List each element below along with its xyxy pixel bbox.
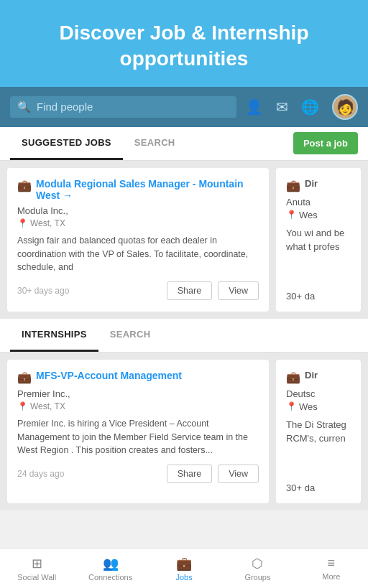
job-card-2-partial: 💼 Dir Anuta 📍 Wes You wi and be what t p… <box>276 168 361 312</box>
internship-days-1: 24 days ago <box>17 469 161 479</box>
job-location-1: 📍 West, TX <box>17 218 259 228</box>
briefcase-icon-2: 💼 <box>286 179 300 192</box>
globe-icon[interactable]: 🌐 <box>301 98 319 116</box>
connections-icon: 👥 <box>103 556 119 571</box>
jobs-cards-row: 💼 Modula Regional Sales Manager - Mounta… <box>0 161 368 319</box>
hero-section: Discover Job & Internship opportunities <box>0 0 368 87</box>
internship-days-2: 30+ da <box>286 482 351 493</box>
connections-label: Connections <box>88 573 132 582</box>
internships-cards-row: 💼 MFS-VP-Account Management Premier Inc.… <box>0 353 368 510</box>
internship-company-2: Deutsc <box>286 388 351 399</box>
internship-description-1: Premier Inc. is hiring a Vice President … <box>17 417 259 457</box>
nav-social-wall[interactable]: ⊞ Social Wall <box>0 551 73 586</box>
job-days-1: 30+ days ago <box>17 286 161 296</box>
suggested-jobs-tabs: SUGGESTED JOBS SEARCH Post a job <box>0 127 368 161</box>
social-wall-icon: ⊞ <box>32 556 42 571</box>
internship-footer-2: 30+ da <box>286 482 351 493</box>
pin-icon-1: 📍 <box>17 218 28 228</box>
briefcase-icon-1: 💼 <box>17 179 32 192</box>
internships-tabs: INTERNSHIPS SEARCH <box>0 319 368 353</box>
job-view-button-1[interactable]: View <box>218 281 259 300</box>
job-days-2: 30+ da <box>286 291 351 302</box>
avatar[interactable]: 🧑 <box>332 94 358 120</box>
job-company-2: Anuta <box>286 197 351 207</box>
search-bar: 🔍 👤 ✉ 🌐 🧑 <box>0 87 368 127</box>
job-description-2: You wi and be what t profes <box>286 226 351 284</box>
job-company-1: Modula Inc., <box>17 205 259 216</box>
post-job-button[interactable]: Post a job <box>293 132 358 154</box>
message-icon[interactable]: ✉ <box>276 98 288 116</box>
job-share-button-1[interactable]: Share <box>167 281 212 300</box>
groups-icon: ⬡ <box>252 556 263 571</box>
internship-title-1: 💼 MFS-VP-Account Management <box>17 370 259 384</box>
people-icon[interactable]: 👤 <box>245 98 263 116</box>
job-location-2: 📍 Wes <box>286 210 351 220</box>
more-icon: ≡ <box>328 556 336 571</box>
search-input-wrap[interactable]: 🔍 <box>10 96 236 118</box>
jobs-label: Jobs <box>175 573 192 582</box>
internship-share-button-1[interactable]: Share <box>167 465 212 483</box>
nav-more[interactable]: ≡ More <box>295 551 368 585</box>
internship-location-1: 📍 West, TX <box>17 401 259 411</box>
groups-label: Groups <box>244 573 270 582</box>
briefcase-icon-4: 💼 <box>286 370 300 384</box>
internship-company-1: Premier Inc., <box>17 388 259 399</box>
job-footer-2: 30+ da <box>286 291 351 302</box>
jobs-icon: 💼 <box>176 556 192 571</box>
job-title-2: 💼 Dir <box>286 178 351 192</box>
internship-view-button-1[interactable]: View <box>218 465 259 483</box>
pin-icon-4: 📍 <box>286 401 297 411</box>
search-icon: 🔍 <box>17 101 31 113</box>
social-wall-label: Social Wall <box>17 573 56 582</box>
tab-search-internships[interactable]: SEARCH <box>98 319 162 352</box>
briefcase-icon-3: 💼 <box>17 370 32 384</box>
job-card-1: 💼 Modula Regional Sales Manager - Mounta… <box>7 168 269 312</box>
internship-card-2-partial: 💼 Dir Deutsc 📍 Wes The Di Strateg RCM's,… <box>276 360 361 503</box>
more-label: More <box>322 572 340 581</box>
pin-icon-2: 📍 <box>286 210 297 220</box>
job-title-1: 💼 Modula Regional Sales Manager - Mounta… <box>17 178 259 201</box>
main-content: SUGGESTED JOBS SEARCH Post a job 💼 Modul… <box>0 127 368 553</box>
nav-connections[interactable]: 👥 Connections <box>73 551 147 586</box>
internship-card-1: 💼 MFS-VP-Account Management Premier Inc.… <box>7 360 269 503</box>
tab-suggested-jobs[interactable]: SUGGESTED JOBS <box>10 127 123 160</box>
search-icons: 👤 ✉ 🌐 🧑 <box>245 94 358 120</box>
internship-description-2: The Di Strateg RCM's, curren <box>286 418 351 475</box>
internship-location-2: 📍 Wes <box>286 401 351 412</box>
internship-title-2: 💼 Dir <box>286 370 351 384</box>
job-footer-1: 30+ days ago Share View <box>17 281 259 300</box>
tab-search-jobs[interactable]: SEARCH <box>123 127 187 160</box>
internship-footer-1: 24 days ago Share View <box>17 465 259 483</box>
nav-jobs[interactable]: 💼 Jobs <box>147 551 221 586</box>
hero-title: Discover Job & Internship opportunities <box>14 20 354 73</box>
bottom-nav: ⊞ Social Wall 👥 Connections 💼 Jobs ⬡ Gro… <box>0 548 368 588</box>
nav-groups[interactable]: ⬡ Groups <box>221 551 294 586</box>
job-description-1: Assign fair and balanced quotas for each… <box>17 234 259 274</box>
pin-icon-3: 📍 <box>17 401 28 411</box>
tab-internships[interactable]: INTERNSHIPS <box>10 319 98 352</box>
search-input[interactable] <box>37 101 229 113</box>
